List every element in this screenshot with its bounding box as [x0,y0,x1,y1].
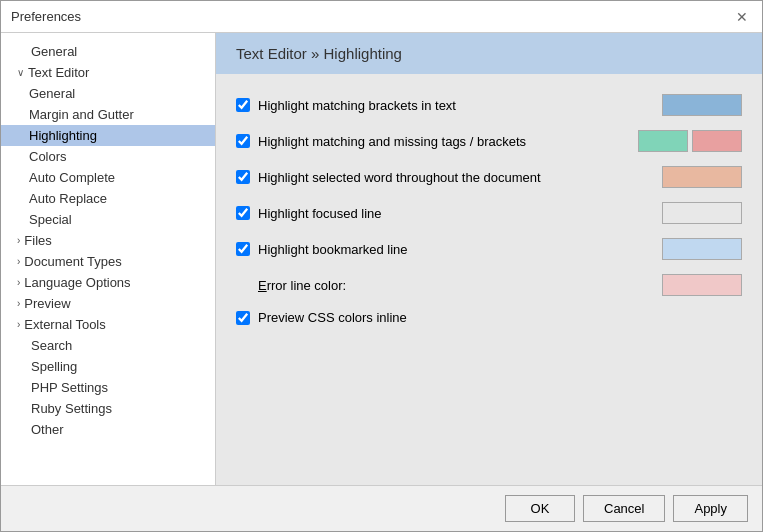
setting-checkbox-focused-line[interactable] [236,206,250,220]
color-box-matching-brackets[interactable] [662,94,742,116]
sidebar-item-colors[interactable]: Colors [1,146,215,167]
sidebar-item-preview[interactable]: ›Preview [1,293,215,314]
setting-checkbox-selected-word[interactable] [236,170,250,184]
setting-label-bookmarked-line[interactable]: Highlight bookmarked line [236,242,662,257]
panel-header: Text Editor » Highlighting [216,33,762,74]
setting-checkbox-preview-css[interactable] [236,311,250,325]
preferences-window: Preferences ✕ General∨Text EditorGeneral… [0,0,763,532]
setting-text-focused-line: Highlight focused line [258,206,382,221]
sidebar-item-margin-gutter[interactable]: Margin and Gutter [1,104,215,125]
setting-label-focused-line[interactable]: Highlight focused line [236,206,662,221]
sidebar-label-preview: Preview [24,296,70,311]
sidebar-label-te-general: General [29,86,75,101]
setting-label-matching-tags[interactable]: Highlight matching and missing tags / br… [236,134,638,149]
sidebar-item-ruby-settings[interactable]: Ruby Settings [1,398,215,419]
content-area: General∨Text EditorGeneralMargin and Gut… [1,33,762,485]
sidebar-item-search[interactable]: Search [1,335,215,356]
sidebar-item-spelling[interactable]: Spelling [1,356,215,377]
setting-checkbox-bookmarked-line[interactable] [236,242,250,256]
ok-button[interactable]: OK [505,495,575,522]
setting-text-selected-word: Highlight selected word throughout the d… [258,170,541,185]
setting-label-preview-css[interactable]: Preview CSS colors inline [236,310,742,325]
setting-row-preview-css: Preview CSS colors inline [236,310,742,325]
sidebar-label-special: Special [29,212,72,227]
sidebar-item-text-editor[interactable]: ∨Text Editor [1,62,215,83]
sidebar-arrow-preview: › [17,298,20,309]
sidebar-label-auto-replace: Auto Replace [29,191,107,206]
sidebar-arrow-external-tools: › [17,319,20,330]
sidebar-label-document-types: Document Types [24,254,121,269]
window-title: Preferences [11,9,81,24]
sidebar-item-te-general[interactable]: General [1,83,215,104]
sidebar-arrow-files: › [17,235,20,246]
sidebar-item-files[interactable]: ›Files [1,230,215,251]
sidebar-arrow-language-options: › [17,277,20,288]
color-pair-matching-tags [638,130,742,152]
sidebar-label-php-settings: PHP Settings [31,380,108,395]
setting-row-matching-brackets: Highlight matching brackets in text [236,94,742,116]
sidebar-item-other[interactable]: Other [1,419,215,440]
setting-label-selected-word[interactable]: Highlight selected word throughout the d… [236,170,662,185]
sidebar-label-text-editor: Text Editor [28,65,89,80]
sidebar-label-margin-gutter: Margin and Gutter [29,107,134,122]
sidebar-arrow-text-editor: ∨ [17,67,24,78]
sidebar-label-files: Files [24,233,51,248]
sidebar-item-highlighting[interactable]: Highlighting [1,125,215,146]
footer: OK Cancel Apply [1,485,762,531]
setting-checkbox-matching-tags[interactable] [236,134,250,148]
setting-label-matching-brackets[interactable]: Highlight matching brackets in text [236,98,662,113]
sidebar-arrow-document-types: › [17,256,20,267]
setting-row-selected-word: Highlight selected word throughout the d… [236,166,742,188]
cancel-button[interactable]: Cancel [583,495,665,522]
panel-body: Highlight matching brackets in textHighl… [216,74,762,485]
sidebar-item-php-settings[interactable]: PHP Settings [1,377,215,398]
color-box-error-line-color[interactable] [662,274,742,296]
sidebar-label-general: General [31,44,77,59]
title-bar: Preferences ✕ [1,1,762,33]
setting-row-matching-tags: Highlight matching and missing tags / br… [236,130,742,152]
setting-row-error-line-color: Error line color: [236,274,742,296]
close-button[interactable]: ✕ [732,7,752,27]
sidebar-label-ruby-settings: Ruby Settings [31,401,112,416]
sidebar-label-auto-complete: Auto Complete [29,170,115,185]
color-box1-matching-tags[interactable] [638,130,688,152]
sidebar-label-search: Search [31,338,72,353]
sidebar-label-highlighting: Highlighting [29,128,97,143]
sidebar-label-colors: Colors [29,149,67,164]
sidebar: General∨Text EditorGeneralMargin and Gut… [1,33,216,485]
color-box-selected-word[interactable] [662,166,742,188]
color-box-focused-line[interactable] [662,202,742,224]
setting-row-bookmarked-line: Highlight bookmarked line [236,238,742,260]
setting-label-error-line-color: Error line color: [236,278,662,293]
apply-button[interactable]: Apply [673,495,748,522]
sidebar-label-other: Other [31,422,64,437]
color-box2-matching-tags[interactable] [692,130,742,152]
color-box-bookmarked-line[interactable] [662,238,742,260]
sidebar-label-language-options: Language Options [24,275,130,290]
sidebar-item-auto-complete[interactable]: Auto Complete [1,167,215,188]
sidebar-item-auto-replace[interactable]: Auto Replace [1,188,215,209]
setting-row-focused-line: Highlight focused line [236,202,742,224]
sidebar-item-language-options[interactable]: ›Language Options [1,272,215,293]
setting-text-preview-css: Preview CSS colors inline [258,310,407,325]
sidebar-label-spelling: Spelling [31,359,77,374]
setting-text-matching-brackets: Highlight matching brackets in text [258,98,456,113]
sidebar-item-general[interactable]: General [1,41,215,62]
setting-text-matching-tags: Highlight matching and missing tags / br… [258,134,526,149]
setting-checkbox-matching-brackets[interactable] [236,98,250,112]
setting-text-bookmarked-line: Highlight bookmarked line [258,242,408,257]
sidebar-item-special[interactable]: Special [1,209,215,230]
sidebar-label-external-tools: External Tools [24,317,105,332]
sidebar-item-external-tools[interactable]: ›External Tools [1,314,215,335]
sidebar-item-document-types[interactable]: ›Document Types [1,251,215,272]
main-panel: Text Editor » Highlighting Highlight mat… [216,33,762,485]
